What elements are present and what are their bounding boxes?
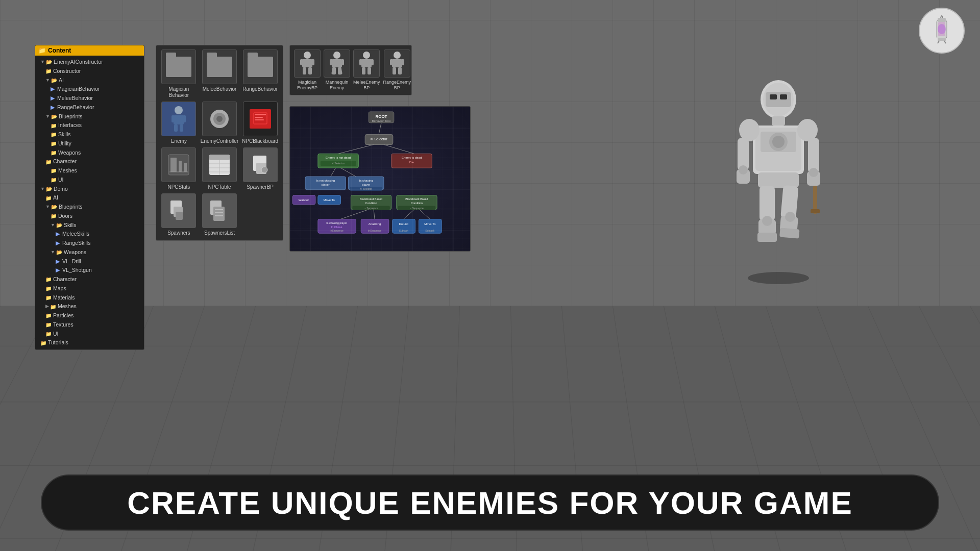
mesh-item-magician[interactable]: MagicianEnemyBP <box>294 49 321 91</box>
asset-item-range-behavior[interactable]: RangeBehavior <box>241 49 279 98</box>
tree-item-meshes[interactable]: 📁 Meshes <box>36 166 143 176</box>
tree-item-weapons2[interactable]: ▼ 📂 Weapons <box>36 248 143 257</box>
tree-label: Demo <box>54 185 68 193</box>
tree-label: Character <box>53 158 77 166</box>
svg-rect-1 <box>174 115 184 124</box>
tree-item-vl-drill[interactable]: ▶ VL_Drill <box>36 257 143 266</box>
svg-rect-124 <box>780 94 787 99</box>
asset-thumb-folder <box>202 49 237 84</box>
asset-item-spawners[interactable]: Spawners <box>160 193 198 236</box>
asset-thumb-folder <box>161 49 196 84</box>
svg-text:Subtask: Subtask <box>399 230 408 232</box>
tree-item-range-behavior[interactable]: ▶ RangeBehavior <box>36 103 143 112</box>
svg-text:Blackboard Based: Blackboard Based <box>360 197 382 201</box>
tree-item-magician-behavior[interactable]: ▶ MagicianBehavior <box>36 85 143 94</box>
tree-item-demo-ai[interactable]: 📁 AI <box>36 193 143 203</box>
tree-item-blueprints[interactable]: ▼ 📂 Blueprints <box>36 112 143 121</box>
asset-item-melee-behavior[interactable]: MeleeBehavior <box>201 49 238 98</box>
svg-text:Enemy is not dead: Enemy is not dead <box>326 156 351 159</box>
tree-item-demo[interactable]: ▼ 📂 Demo <box>36 185 143 194</box>
tree-item-skills[interactable]: 📁 Skills <box>36 130 143 139</box>
mesh-item-melee[interactable]: MeleeEnemyBP <box>353 49 380 91</box>
tree-item-demo-meshes[interactable]: ▶ 📁 Meshes <box>36 302 143 311</box>
asset-label: Enemy <box>171 138 187 144</box>
folder-icon: 📁 <box>38 47 46 54</box>
expand-arrow: ▼ <box>45 77 50 84</box>
folder-icon: 📁 <box>45 285 52 292</box>
asset-item-spawners-list[interactable]: SpawnersList <box>201 193 238 236</box>
tree-label: Skills <box>64 221 77 230</box>
asset-item-enemy[interactable]: Enemy <box>160 102 198 144</box>
svg-text:Attacking: Attacking <box>369 222 381 226</box>
folder-open-icon: 📂 <box>46 185 52 193</box>
tree-label: MeleeSkills <box>62 230 89 238</box>
svg-rect-83 <box>348 177 384 190</box>
tree-item-doors[interactable]: 📁 Doors <box>36 212 143 221</box>
svg-point-42 <box>333 52 340 59</box>
tree-item-constructor[interactable]: 📁 Constructor <box>36 67 143 76</box>
tree-item-vl-shotgun[interactable]: ▶ VL_Shotgun <box>36 266 143 275</box>
svg-line-66 <box>379 123 381 135</box>
asset-item-enemy-controller[interactable]: EnemyController <box>201 102 238 144</box>
asset-item-magician-behavior[interactable]: MagicianBehavior <box>160 49 198 98</box>
svg-line-155 <box>938 41 939 43</box>
tree-item-demo-blueprints[interactable]: ▼ 📂 Blueprints <box>36 203 143 212</box>
tree-item-demo-character[interactable]: 📁 Character <box>36 275 143 284</box>
folder-icon: 📁 <box>51 131 57 138</box>
asset-item-npc-blackboard[interactable]: NPCBlackboard <box>241 102 279 144</box>
svg-text:Is chasing: Is chasing <box>359 179 373 182</box>
tree-item-materials[interactable]: 📁 Materials <box>36 293 143 303</box>
tree-label: Doors <box>58 212 72 220</box>
svg-point-153 <box>938 24 946 34</box>
svg-text:In Chase: In Chase <box>331 226 342 229</box>
svg-text:Condition: Condition <box>411 202 423 205</box>
tree-item-melee-skills[interactable]: ▶ MeleeSkills <box>36 230 143 239</box>
tree-item-particles[interactable]: 📁 Particles <box>36 311 143 320</box>
content-panel: 📁 Content ▼ 📂 EnemyAIConstructor 📁 Const… <box>35 45 144 350</box>
tree-item-utility[interactable]: 📁 Utility <box>36 139 143 148</box>
bottom-banner: CREATE UNIQUE ENEMIES FOR YOUR GAME <box>41 474 939 531</box>
tree-item-range-skills[interactable]: ▶ RangeSkills <box>36 239 143 248</box>
tree-item-enemy-ai-constructor[interactable]: ▼ 📂 EnemyAIConstructor <box>36 58 143 67</box>
tree-item-character[interactable]: 📁 Character <box>36 157 143 166</box>
mesh-item-range[interactable]: RangeEnemyBP <box>383 49 411 91</box>
svg-point-0 <box>175 106 183 114</box>
tree-item-maps[interactable]: 📁 Maps <box>36 284 143 293</box>
asset-label: MeleeBehavior <box>203 86 237 92</box>
svg-rect-142 <box>757 233 777 242</box>
svg-point-36 <box>304 52 311 59</box>
tree-label: Weapons <box>64 248 86 257</box>
tree-item-ui[interactable]: 📁 UI <box>36 176 143 185</box>
asset-thumb-folder <box>243 49 278 84</box>
svg-rect-125 <box>772 116 785 126</box>
svg-rect-24 <box>209 155 230 160</box>
tree-item-weapons[interactable]: 📁 Weapons <box>36 148 143 158</box>
svg-point-130 <box>772 136 785 148</box>
asset-item-spawner-bp[interactable]: SpawnerBP <box>241 147 279 190</box>
svg-text:✕ Selector: ✕ Selector <box>332 162 345 165</box>
tree-label: MeleeBehavior <box>57 94 93 103</box>
tree-label: AI <box>59 77 64 85</box>
svg-rect-5 <box>180 124 183 132</box>
svg-rect-11 <box>255 117 263 118</box>
tree-label: Blueprints <box>59 113 83 121</box>
folder-icon: 📁 <box>40 339 46 347</box>
tree-item-interfaces[interactable]: 📁 Interfaces <box>36 121 143 130</box>
asset-item-npc-stats[interactable]: NPCStats <box>160 147 198 190</box>
tree-item-demo-ui[interactable]: 📁 UI <box>36 330 143 339</box>
folder-open-icon: 📂 <box>51 203 57 211</box>
tree-item-demo-skills[interactable]: ▼ 📂 Skills <box>36 221 143 230</box>
file-icon: ▶ <box>51 85 55 93</box>
tree-label: MagicianBehavior <box>57 85 100 93</box>
svg-rect-52 <box>359 59 362 65</box>
tree-item-ai[interactable]: ▼ 📂 AI <box>36 76 143 85</box>
svg-rect-123 <box>770 94 777 99</box>
tree-item-melee-behavior[interactable]: ▶ MeleeBehavior <box>36 94 143 103</box>
tree-item-tutorials[interactable]: 📁 Tutorials <box>36 338 143 347</box>
svg-line-156 <box>944 41 946 43</box>
svg-text:InSequence: InSequence <box>368 230 382 232</box>
asset-item-npc-table[interactable]: NPCTable <box>201 147 238 190</box>
svg-text:Behavior Tree: Behavior Tree <box>372 119 391 122</box>
mesh-item-mannequin[interactable]: MannequinEnemy <box>324 49 350 91</box>
tree-item-textures[interactable]: 📁 Textures <box>36 320 143 330</box>
